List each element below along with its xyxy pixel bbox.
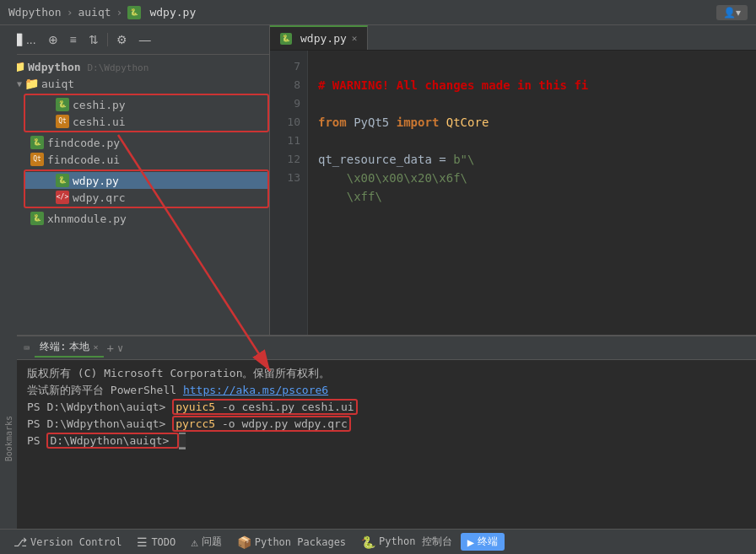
highlighted-group-wdpy: 🐍 wdpy.py </> wdpy.qrc bbox=[0, 169, 269, 208]
status-version-control[interactable]: ⎇ Version Control bbox=[7, 534, 128, 551]
wdpy-highlight-box: 🐍 wdpy.py </> wdpy.qrc bbox=[24, 169, 269, 208]
tree-file-xhnmodule[interactable]: 🐍 xhnmodule.py bbox=[0, 210, 269, 227]
term-copyright: 版权所有 (C) Microsoft Corporation。保留所有权利。 bbox=[27, 365, 746, 382]
todo-icon: ☰ bbox=[137, 535, 148, 549]
user-button[interactable]: 👤▾ bbox=[716, 5, 748, 20]
toolbar-btn-list[interactable]: ≡ bbox=[67, 31, 80, 48]
wdpy-qrc-label: wdpy.qrc bbox=[73, 191, 264, 204]
status-python-packages[interactable]: 📦 Python Packages bbox=[230, 534, 353, 551]
terminal-cmd2-line: PS D:\Wdpython\auiqt> pyrcc5 -o wdpy.py … bbox=[27, 416, 746, 433]
breadcrumb-auiqt[interactable]: auiqt bbox=[78, 6, 111, 19]
tab-label: wdpy.py bbox=[300, 32, 347, 45]
term-prompt1: PS D:\Wdpython\auiqt> bbox=[27, 401, 165, 413]
tree-file-findcode-ui[interactable]: Qt findcode.ui bbox=[0, 151, 269, 168]
line-num-10: 10 bbox=[270, 113, 300, 132]
line-num-7: 7 bbox=[270, 57, 300, 76]
tab-close-icon[interactable]: ✕ bbox=[352, 33, 358, 44]
problems-icon: ⚠ bbox=[191, 535, 197, 549]
findcode-py-label: findcode.py bbox=[47, 137, 266, 149]
terminal-tab-local[interactable]: 终端: 本地 ✕ bbox=[35, 338, 103, 358]
ceshi-py-icon: 🐍 bbox=[56, 98, 69, 111]
toolbar-separator bbox=[107, 33, 108, 46]
editor-panel: 🐍 wdpy.py ✕ 7 8 9 10 11 12 13 # WARNING!… bbox=[270, 25, 756, 554]
findcode-ui-label: findcode.ui bbox=[47, 153, 266, 166]
python-packages-icon: 📦 bbox=[237, 535, 251, 549]
tree-file-wdpy-py[interactable]: 🐍 wdpy.py bbox=[25, 172, 267, 189]
terminal-section: ⌨ 终端: 本地 ✕ + ∨ 版权所有 (C) Microsoft Corpor… bbox=[17, 335, 756, 529]
terminal-cursor: █ bbox=[179, 433, 186, 449]
bookmarks-label: Bookmarks bbox=[4, 416, 14, 461]
status-terminal[interactable]: ▶ 终端 bbox=[461, 533, 505, 551]
code-line10 bbox=[318, 134, 325, 148]
xhnmodule-label: xhnmodule.py bbox=[47, 212, 266, 225]
terminal-tabs: ⌨ 终端: 本地 ✕ + ∨ bbox=[17, 336, 756, 360]
tree-file-ceshi-py[interactable]: 🐍 ceshi.py bbox=[25, 96, 267, 113]
tab-icon: 🐍 bbox=[280, 33, 292, 45]
terminal-icon: ⌨ bbox=[24, 342, 30, 354]
status-todo-label: TODO bbox=[151, 536, 176, 548]
term-add-button[interactable]: + bbox=[107, 342, 114, 355]
wdpy-py-label: wdpy.py bbox=[73, 175, 264, 187]
line-num-13: 13 bbox=[270, 169, 300, 187]
ceshi-highlight-box: 🐍 ceshi.py Qt ceshi.ui bbox=[24, 94, 269, 132]
code-line11: qt_resource_data = b"\ bbox=[318, 153, 474, 166]
tree-file-wdpy-qrc[interactable]: </> wdpy.qrc bbox=[25, 189, 267, 206]
line-num-9: 9 bbox=[270, 94, 300, 113]
status-terminal-label: 终端 bbox=[478, 535, 498, 549]
tree-root[interactable]: ▼ 📁 Wdpython D:\Wdpython bbox=[0, 58, 269, 75]
breadcrumb-wdpython[interactable]: Wdpython bbox=[8, 6, 62, 19]
ceshi-ui-label: ceshi.ui bbox=[73, 116, 264, 128]
status-console-label: Python 控制台 bbox=[379, 535, 452, 549]
code-line7: # WARNING! All changes made in this fi bbox=[318, 78, 588, 92]
tree-file-ceshi-ui[interactable]: Qt ceshi.ui bbox=[25, 113, 267, 130]
ceshi-ui-icon: Qt bbox=[56, 115, 69, 128]
code-line13: \xff\ bbox=[318, 190, 382, 203]
tree-file-findcode-py[interactable]: 🐍 findcode.py bbox=[0, 134, 269, 151]
python-console-icon: 🐍 bbox=[361, 535, 375, 549]
term-tab-label: 终端: bbox=[40, 340, 66, 354]
status-python-console[interactable]: 🐍 Python 控制台 bbox=[354, 533, 459, 551]
main-layout: ⬜ ... ⊕ ≡ ⇅ ⚙ — ▼ 📁 Wdpython D:\Wdpython bbox=[0, 25, 756, 554]
auiqt-arrow: ▼ bbox=[17, 79, 22, 89]
line-num-12: 12 bbox=[270, 150, 300, 169]
title-bar: Wdpython › auiqt › 🐍 wdpy.py 👤▾ bbox=[0, 0, 756, 25]
terminal-cmd1-line: PS D:\Wdpython\auiqt> pyuic5 -o ceshi.py… bbox=[27, 399, 746, 416]
version-control-icon: ⎇ bbox=[14, 535, 27, 549]
ceshi-py-label: ceshi.py bbox=[73, 99, 264, 111]
breadcrumb-sep1: › bbox=[67, 6, 73, 19]
terminal-prompt3-line: PS D:\Wdpython\auiqt> █ bbox=[27, 433, 746, 449]
breadcrumb-file[interactable]: wdpy.py bbox=[149, 6, 196, 19]
toolbar-btn-settings[interactable]: ⚙ bbox=[113, 31, 131, 48]
wdpy-qrc-icon: </> bbox=[56, 191, 69, 204]
highlighted-group-ceshi: 🐍 ceshi.py Qt ceshi.ui bbox=[0, 94, 269, 132]
code-line8 bbox=[318, 97, 325, 110]
editor-tabs: 🐍 wdpy.py ✕ bbox=[270, 25, 756, 51]
tree-folder-auiqt[interactable]: ▼ 📁 auiqt bbox=[0, 75, 269, 92]
term-chevron-down[interactable]: ∨ bbox=[117, 342, 123, 354]
toolbar-btn-add[interactable]: ⊕ bbox=[45, 31, 62, 48]
term-cmd2-highlight-box: pyrcc5 -o wdpy.py wdpy.qrc bbox=[172, 416, 351, 432]
terminal-link[interactable]: https://aka.ms/pscore6 bbox=[183, 384, 328, 396]
wdpy-py-icon: 🐍 bbox=[56, 174, 69, 187]
status-vc-label: Version Control bbox=[30, 536, 122, 548]
status-problems[interactable]: ⚠ 问题 bbox=[184, 533, 228, 551]
status-problems-label: 问题 bbox=[202, 535, 222, 549]
line-num-8: 8 bbox=[270, 76, 300, 94]
root-label: Wdpython D:\Wdpython bbox=[28, 61, 266, 73]
term-tab-sublabel: 本地 bbox=[69, 340, 89, 354]
term-cmd2-rest: -o wdpy.py wdpy.qrc bbox=[222, 417, 348, 430]
term-prompt2: PS D:\Wdpython\auiqt> bbox=[27, 417, 165, 430]
tab-wdpy-py[interactable]: 🐍 wdpy.py ✕ bbox=[270, 25, 368, 50]
status-todo[interactable]: ☰ TODO bbox=[130, 534, 182, 551]
term-tab-close[interactable]: ✕ bbox=[93, 342, 98, 352]
toolbar-btn-sort[interactable]: ⇅ bbox=[85, 31, 102, 48]
breadcrumb-file-icon: 🐍 bbox=[127, 6, 141, 19]
toolbar-btn-collapse[interactable]: — bbox=[136, 31, 154, 48]
code-line12: \x00\x00\x20\x6f\ bbox=[318, 171, 467, 185]
toolbar: ⬜ ... ⊕ ≡ ⇅ ⚙ — bbox=[0, 25, 269, 55]
auiqt-label: auiqt bbox=[41, 78, 266, 90]
term-cmd1-rest: -o ceshi.py ceshi.ui bbox=[222, 401, 354, 413]
auiqt-folder-icon: 📁 bbox=[24, 77, 38, 90]
findcode-py-icon: 🐍 bbox=[30, 136, 44, 149]
line-num-11: 11 bbox=[270, 132, 300, 150]
